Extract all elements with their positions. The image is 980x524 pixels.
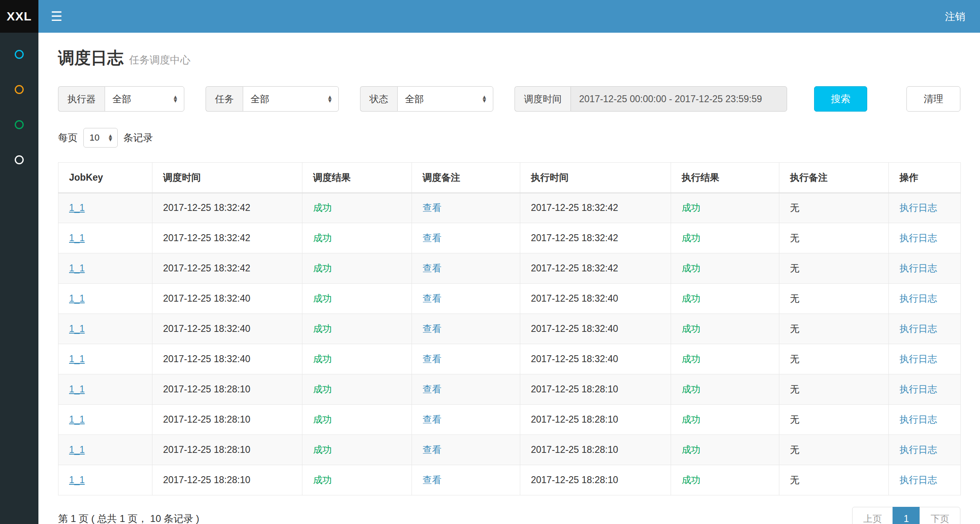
handle-result-cell: 成功	[682, 444, 700, 455]
handle-msg-cell: 无	[790, 233, 799, 243]
executor-select-value: 全部	[112, 93, 131, 105]
sidebar-toggle-hamburger-icon[interactable]: ☰	[51, 10, 63, 23]
jobkey-link[interactable]: 1_1	[69, 293, 85, 304]
execution-log-link[interactable]: 执行日志	[899, 444, 937, 455]
trigger-msg-view-link[interactable]: 查看	[423, 233, 441, 243]
page-size-prefix-label: 每页	[58, 131, 78, 144]
clear-button[interactable]: 清理	[906, 86, 960, 112]
trigger-result-cell: 成功	[313, 202, 332, 213]
page-header: 调度日志 任务调度中心	[58, 47, 960, 69]
handle-msg-cell: 无	[790, 475, 799, 485]
pagination-page-1-button[interactable]: 1	[893, 507, 920, 524]
trigger-msg-view-link[interactable]: 查看	[423, 384, 441, 394]
page-size-value: 10	[89, 132, 99, 143]
handle-msg-cell: 无	[790, 293, 799, 304]
filter-toolbar: 执行器 全部 ▲▼ 任务 全部 ▲▼ 状态 全部 ▲▼	[58, 86, 960, 112]
jobkey-link[interactable]: 1_1	[69, 202, 85, 213]
pagination-prev-button[interactable]: 上页	[852, 507, 893, 524]
status-filter-group: 状态 全部 ▲▼	[360, 86, 493, 112]
handle-time-cell: 2017-12-25 18:28:10	[531, 384, 618, 394]
select-stepper-icon: ▲▼	[172, 95, 178, 102]
jobkey-link[interactable]: 1_1	[69, 233, 85, 243]
jobkey-link[interactable]: 1_1	[69, 444, 85, 455]
execution-log-link[interactable]: 执行日志	[899, 414, 937, 425]
column-header-trigger-msg: 调度备注	[412, 163, 520, 193]
trigger-time-range-input[interactable]	[571, 86, 787, 112]
jobkey-link[interactable]: 1_1	[69, 414, 85, 425]
jobkey-link[interactable]: 1_1	[69, 384, 85, 394]
executor-select[interactable]: 全部 ▲▼	[105, 86, 184, 112]
execution-log-link[interactable]: 执行日志	[899, 263, 937, 273]
handle-time-cell: 2017-12-25 18:32:42	[531, 233, 618, 243]
pagination: 上页 1 下页	[852, 507, 960, 524]
trigger-msg-view-link[interactable]: 查看	[423, 475, 441, 485]
column-header-jobkey: JobKey	[58, 163, 152, 193]
handle-result-cell: 成功	[682, 475, 700, 485]
table-row: 1_12017-12-25 18:32:40成功查看2017-12-25 18:…	[58, 314, 961, 344]
trigger-result-cell: 成功	[313, 263, 332, 273]
execution-log-link[interactable]: 执行日志	[899, 293, 937, 304]
trigger-msg-view-link[interactable]: 查看	[423, 202, 441, 213]
jobkey-link[interactable]: 1_1	[69, 263, 85, 273]
page-title: 调度日志	[58, 47, 123, 69]
jobkey-link[interactable]: 1_1	[69, 323, 85, 334]
column-header-trigger-time: 调度时间	[152, 163, 302, 193]
execution-log-link[interactable]: 执行日志	[899, 475, 937, 485]
trigger-msg-view-link[interactable]: 查看	[423, 323, 441, 334]
trigger-result-cell: 成功	[313, 354, 332, 364]
trigger-result-cell: 成功	[313, 293, 332, 304]
circle-icon-orange[interactable]	[15, 85, 24, 94]
table-row: 1_12017-12-25 18:28:10成功查看2017-12-25 18:…	[58, 405, 961, 435]
trigger-result-cell: 成功	[313, 444, 332, 455]
circle-icon-green[interactable]	[15, 120, 24, 129]
execution-log-link[interactable]: 执行日志	[899, 202, 937, 213]
job-filter-label: 任务	[206, 86, 243, 112]
handle-result-cell: 成功	[682, 323, 700, 334]
trigger-time-cell: 2017-12-25 18:32:40	[163, 293, 251, 304]
handle-time-cell: 2017-12-25 18:28:10	[531, 414, 618, 425]
pagination-summary: 第 1 页 ( 总共 1 页， 10 条记录 )	[58, 512, 199, 524]
trigger-result-cell: 成功	[313, 414, 332, 425]
handle-time-cell: 2017-12-25 18:32:42	[531, 202, 618, 213]
handle-time-cell: 2017-12-25 18:32:40	[531, 293, 618, 304]
trigger-time-cell: 2017-12-25 18:32:42	[163, 233, 251, 243]
pagination-next-button[interactable]: 下页	[920, 507, 960, 524]
job-select-value: 全部	[251, 93, 269, 105]
handle-result-cell: 成功	[682, 263, 700, 273]
job-select[interactable]: 全部 ▲▼	[243, 86, 339, 112]
logout-link[interactable]: 注销	[945, 10, 965, 23]
circle-icon-white[interactable]	[15, 155, 24, 164]
trigger-time-cell: 2017-12-25 18:28:10	[163, 414, 251, 425]
trigger-msg-view-link[interactable]: 查看	[423, 263, 441, 273]
trigger-msg-view-link[interactable]: 查看	[423, 414, 441, 425]
execution-log-link[interactable]: 执行日志	[899, 354, 937, 364]
handle-msg-cell: 无	[790, 263, 799, 273]
page-size-select[interactable]: 10 ▲▼	[83, 128, 118, 148]
execution-log-link[interactable]: 执行日志	[899, 233, 937, 243]
table-row: 1_12017-12-25 18:32:42成功查看2017-12-25 18:…	[58, 223, 961, 253]
execution-log-link[interactable]: 执行日志	[899, 384, 937, 394]
status-select[interactable]: 全部 ▲▼	[397, 86, 493, 112]
column-header-handle-result: 执行结果	[671, 163, 779, 193]
trigger-result-cell: 成功	[313, 475, 332, 485]
jobkey-link[interactable]: 1_1	[69, 354, 85, 364]
trigger-msg-view-link[interactable]: 查看	[423, 354, 441, 364]
job-filter-group: 任务 全部 ▲▼	[206, 86, 339, 112]
handle-msg-cell: 无	[790, 202, 799, 213]
select-stepper-icon: ▲▼	[107, 134, 113, 141]
status-filter-label: 状态	[360, 86, 397, 112]
handle-result-cell: 成功	[682, 354, 700, 364]
handle-result-cell: 成功	[682, 202, 700, 213]
jobkey-link[interactable]: 1_1	[69, 475, 85, 485]
search-button[interactable]: 搜索	[814, 86, 867, 112]
circle-icon-aqua[interactable]	[15, 50, 24, 59]
trigger-msg-view-link[interactable]: 查看	[423, 444, 441, 455]
column-header-trigger-result: 调度结果	[302, 163, 412, 193]
trigger-time-cell: 2017-12-25 18:32:42	[163, 263, 251, 273]
handle-result-cell: 成功	[682, 293, 700, 304]
handle-time-cell: 2017-12-25 18:32:40	[531, 323, 618, 334]
trigger-msg-view-link[interactable]: 查看	[423, 293, 441, 304]
executor-filter-group: 执行器 全部 ▲▼	[58, 86, 184, 112]
handle-msg-cell: 无	[790, 414, 799, 425]
execution-log-link[interactable]: 执行日志	[899, 323, 937, 334]
